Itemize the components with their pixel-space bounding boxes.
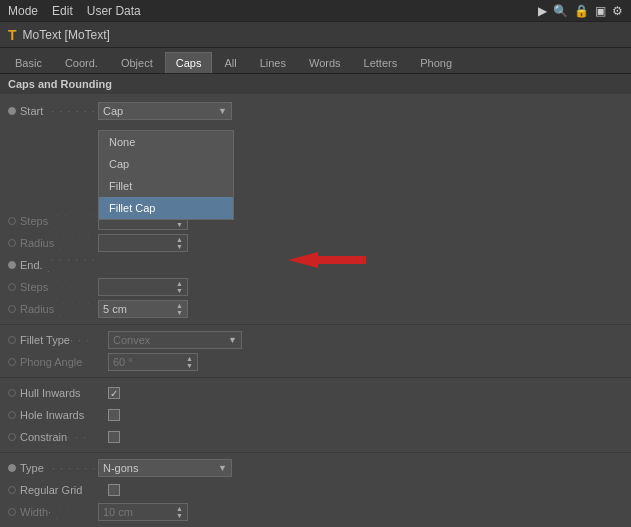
divider1 [0, 324, 631, 325]
constrain-label: Constrain· · · [8, 431, 108, 443]
dropdown-item-cap[interactable]: Cap [99, 153, 233, 175]
hull-inwards-label: Hull Inwards [8, 387, 108, 399]
regular-grid-dot [8, 486, 16, 494]
radius-spin-arrows[interactable]: ▲ ▼ [176, 236, 183, 250]
row-end-steps: Steps · · · · · · ▲ ▼ [0, 276, 631, 298]
dropdown-item-fillet-cap[interactable]: Fillet Cap [99, 197, 233, 219]
phong-angle-label: Phong Angle [8, 356, 108, 368]
tab-phong[interactable]: Phong [409, 52, 463, 73]
row-phong-angle: Phong Angle 60 ° ▲ ▼ [0, 351, 631, 373]
settings-icon: ⚙ [612, 4, 623, 18]
regular-grid-checkbox[interactable] [108, 484, 120, 496]
end-steps-dot [8, 283, 16, 291]
tab-lines[interactable]: Lines [249, 52, 297, 73]
tab-caps[interactable]: Caps [165, 52, 213, 73]
width-spin-arrows[interactable]: ▲ ▼ [176, 505, 183, 519]
type-label: Type · · · · · · [8, 462, 98, 474]
steps-dot [8, 217, 16, 225]
row-width: Width· · · · · · · 10 cm ▲ ▼ [0, 501, 631, 523]
tab-object[interactable]: Object [110, 52, 164, 73]
regular-grid-label: Regular Grid [8, 484, 108, 496]
arrow-annotation [248, 242, 368, 278]
lock-icon: 🔒 [574, 4, 589, 18]
row-end-radius: Radius · · · · · 5 cm ▲ ▼ [0, 298, 631, 320]
cursor-icon: ▶ [538, 4, 547, 18]
width-spinner[interactable]: 10 cm ▲ ▼ [98, 503, 188, 521]
arrow-svg [248, 242, 368, 278]
dropdown-menu: None Cap Fillet Fillet Cap [98, 130, 234, 220]
end-steps-spin-arrows[interactable]: ▲ ▼ [176, 280, 183, 294]
menu-edit[interactable]: Edit [52, 4, 73, 18]
type-dropdown-arrow: ▼ [218, 463, 227, 473]
divider3 [0, 452, 631, 453]
end-steps-label: Steps · · · · · · [8, 275, 98, 299]
start-dropdown-arrow: ▼ [218, 106, 227, 116]
width-dot [8, 508, 16, 516]
fillet-type-dropdown[interactable]: Convex ▼ [108, 331, 242, 349]
row-start: Start · · · · · · Cap ▼ [0, 100, 631, 122]
tab-bar: Basic Coord. Object Caps All Lines Words… [0, 48, 631, 74]
radius-spinner[interactable]: ▲ ▼ [98, 234, 188, 252]
menu-mode[interactable]: Mode [8, 4, 38, 18]
menu-user-data[interactable]: User Data [87, 4, 141, 18]
svg-marker-1 [288, 252, 318, 268]
title-text: MoText [MoText] [23, 28, 110, 42]
end-steps-spinner[interactable]: ▲ ▼ [98, 278, 188, 296]
hull-inwards-checkbox[interactable] [108, 387, 120, 399]
end-radius-dot [8, 305, 16, 313]
menu-icons-right: ▶ 🔍 🔒 ▣ ⚙ [538, 4, 623, 18]
title-bar: T MoText [MoText] [0, 22, 631, 48]
end-radius-spin-arrows[interactable]: ▲ ▼ [176, 302, 183, 316]
section-header: Caps and Rounding [0, 74, 631, 94]
svg-rect-2 [318, 256, 366, 264]
width-label: Width· · · · · · · [8, 500, 98, 524]
content-area: Start · · · · · · Cap ▼ None Cap Fillet … [0, 94, 631, 527]
grid-icon: ▣ [595, 4, 606, 18]
menu-bar: Mode Edit User Data ▶ 🔍 🔒 ▣ ⚙ [0, 0, 631, 22]
divider2 [0, 377, 631, 378]
hole-inwards-checkbox[interactable] [108, 409, 120, 421]
tab-words[interactable]: Words [298, 52, 352, 73]
end-radius-spinner[interactable]: 5 cm ▲ ▼ [98, 300, 188, 318]
row-steps: Steps · · · · · · ▲ ▼ [0, 210, 631, 232]
dropdown-item-fillet[interactable]: Fillet [99, 175, 233, 197]
radius-label: Radius · · · · · [8, 231, 98, 255]
search-icon: 🔍 [553, 4, 568, 18]
tab-basic[interactable]: Basic [4, 52, 53, 73]
row-fillet-type: Fillet Type· · · Convex ▼ [0, 329, 631, 351]
radius-dot [8, 239, 16, 247]
end-radius-label: Radius · · · · · [8, 297, 98, 321]
title-icon: T [8, 27, 17, 43]
tab-letters[interactable]: Letters [353, 52, 409, 73]
row-regular-grid: Regular Grid [0, 479, 631, 501]
phong-angle-dot [8, 358, 16, 366]
tab-all[interactable]: All [213, 52, 247, 73]
phong-angle-spin-arrows[interactable]: ▲ ▼ [186, 355, 193, 369]
hull-inwards-dot [8, 389, 16, 397]
dropdown-item-none[interactable]: None [99, 131, 233, 153]
hole-inwards-label: Hole Inwards [8, 409, 108, 421]
constrain-checkbox[interactable] [108, 431, 120, 443]
tab-coord[interactable]: Coord. [54, 52, 109, 73]
constrain-dot [8, 433, 16, 441]
type-dot [8, 464, 16, 472]
phong-angle-spinner[interactable]: 60 ° ▲ ▼ [108, 353, 198, 371]
fillet-type-dot [8, 336, 16, 344]
end-dot [8, 261, 16, 269]
row-hole-inwards: Hole Inwards [0, 404, 631, 426]
row-hull-inwards: Hull Inwards [0, 382, 631, 404]
fillet-type-arrow: ▼ [228, 335, 237, 345]
type-dropdown[interactable]: N-gons ▼ [98, 459, 232, 477]
steps-label: Steps · · · · · · [8, 209, 98, 233]
row-type: Type · · · · · · N-gons ▼ [0, 457, 631, 479]
row-constrain: Constrain· · · [0, 426, 631, 448]
end-label: End. · · · · · · · [8, 253, 98, 277]
start-dropdown[interactable]: Cap ▼ [98, 102, 232, 120]
start-label: Start · · · · · · [8, 105, 98, 117]
fillet-type-label: Fillet Type· · · [8, 334, 108, 346]
hole-inwards-dot [8, 411, 16, 419]
start-dot [8, 107, 16, 115]
